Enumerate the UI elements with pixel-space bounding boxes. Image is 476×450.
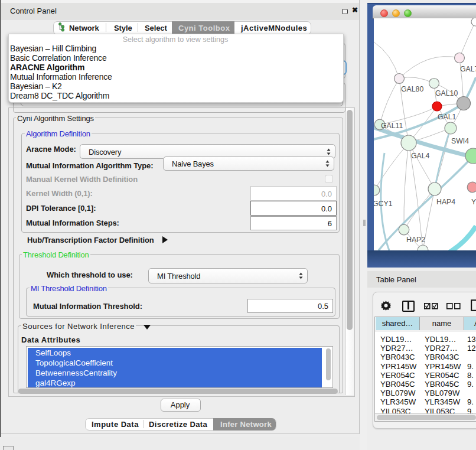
svg-text:GAL10: GAL10 bbox=[435, 89, 458, 97]
svg-text:GAL11: GAL11 bbox=[381, 122, 403, 130]
svg-text:GAL80: GAL80 bbox=[401, 85, 423, 93]
svg-text:HAP2: HAP2 bbox=[406, 236, 425, 244]
svg-text:GAL4: GAL4 bbox=[411, 152, 430, 160]
svg-text:GCY1: GCY1 bbox=[374, 200, 393, 208]
svg-text:HAP4: HAP4 bbox=[436, 198, 455, 206]
svg-text:Y: Y bbox=[471, 198, 476, 206]
svg-text:GAL1: GAL1 bbox=[438, 113, 457, 121]
svg-text:GAL7: GAL7 bbox=[460, 65, 476, 73]
svg-text:SWI4: SWI4 bbox=[451, 137, 469, 145]
